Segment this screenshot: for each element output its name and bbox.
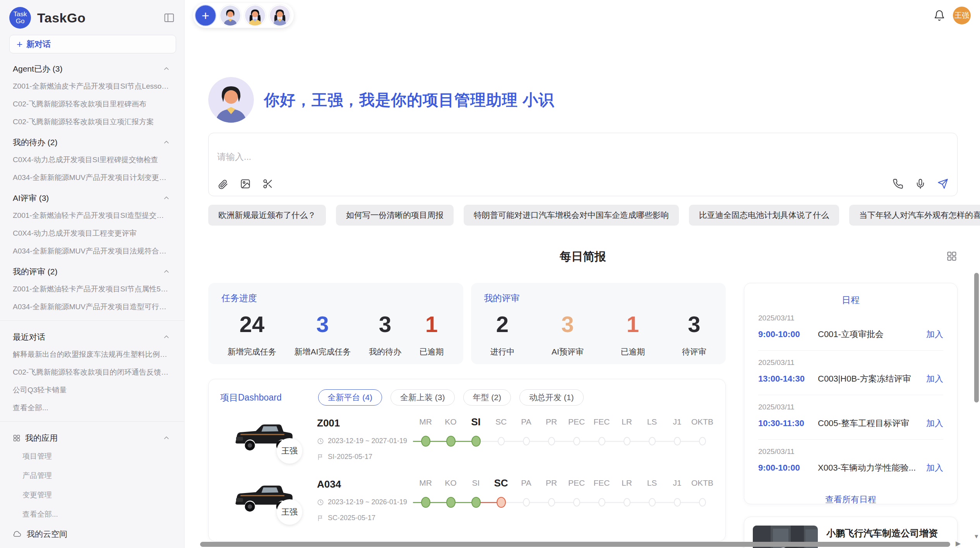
dashboard-tab[interactable]: 年型 (2): [463, 389, 511, 406]
scroll-down-arrow[interactable]: ▼: [973, 533, 979, 539]
project-row-partial[interactable]: [220, 536, 714, 541]
dashboard-header: 项目Dashboard 全新平台 (4)全新上装 (3)年型 (2)动总开发 (…: [220, 389, 714, 406]
sidebar-item[interactable]: A034-全新新能源MUV产品开发项目造型可行性评审: [0, 298, 184, 316]
section-label: 我的评审 (2): [13, 266, 58, 277]
milestone-label: LS: [639, 475, 665, 491]
sidebar-item[interactable]: A034-全新新能源MUV产品开发项目法规符合性评审: [0, 242, 184, 260]
sidebar-section-my-apps[interactable]: 我的应用: [0, 426, 184, 447]
view-all-schedule-link[interactable]: 查看所有日程: [758, 494, 943, 505]
chat-input[interactable]: [217, 151, 872, 174]
dashboard-tab[interactable]: 动总开发 (1): [519, 389, 584, 406]
project-image: 王强: [231, 475, 294, 526]
sidebar-section-header[interactable]: 我的评审 (2): [0, 260, 184, 280]
chevron-up-icon: [163, 434, 170, 442]
app-item[interactable]: 变更管理: [0, 485, 184, 505]
suggestion-chip[interactable]: 当下年轻人对汽车外观有怎样的喜好趋势: [849, 205, 980, 226]
divider: [0, 421, 184, 422]
event-join-link[interactable]: 加入: [926, 418, 943, 429]
conversation-avatar-1[interactable]: [219, 5, 241, 26]
conversation-avatar-2[interactable]: [244, 5, 266, 26]
project-row[interactable]: 王强A0342023-12-19 ~ 2026-01-19SC-2025-05-…: [220, 475, 714, 528]
sidebar-item[interactable]: Z001-全新燃油轻卡产品开发项目SI造型提交物评审: [0, 207, 184, 224]
event-join-link[interactable]: 加入: [926, 373, 943, 385]
chevron-up-icon: [163, 65, 170, 73]
stat-item: 2进行中: [490, 311, 515, 357]
sidebar-item[interactable]: Z001-全新燃油皮卡产品开发项目SI节点Lesson Learn报告: [0, 77, 184, 95]
event-join-link[interactable]: 加入: [926, 462, 943, 474]
scroll-right-arrow[interactable]: ▶: [956, 539, 961, 548]
milestone-dot: [699, 498, 706, 507]
sidebar-item[interactable]: A034-全新新能源MUV产品开发项目计划变更表编写: [0, 169, 184, 187]
sidebar-item-cloud[interactable]: 我的云空间: [0, 524, 184, 544]
image-upload-icon[interactable]: [240, 178, 251, 190]
logo-text-1: Task: [14, 11, 27, 18]
sidebar-collapse-icon[interactable]: [163, 11, 176, 24]
recent-chat-item[interactable]: C02-飞腾新能源轻客改款项目的闭环通告反馈情况: [0, 363, 184, 381]
stat-item: 1已逾期: [419, 311, 444, 357]
add-conversation-button[interactable]: +: [195, 5, 216, 26]
sidebar-section-header[interactable]: 最近对话: [0, 325, 184, 346]
milestone-dot: [421, 497, 430, 508]
recent-chat-item[interactable]: 解释最新出台的欧盟报废车法规再生塑料比例被调至15%...: [0, 346, 184, 363]
notification-bell-icon[interactable]: [933, 9, 946, 22]
new-chat-button[interactable]: + 新对话: [9, 35, 176, 53]
milestone-dot: [598, 437, 605, 445]
app-item[interactable]: 产品管理: [0, 466, 184, 485]
attachment-icon[interactable]: [217, 178, 229, 190]
project-dates: 2023-12-19 ~ 2026-01-19: [317, 498, 410, 506]
milestone-label: KO: [438, 475, 463, 491]
suggestion-chip[interactable]: 特朗普可能对进口汽车增税会对中国车企造成哪些影响: [464, 205, 679, 226]
event-join-link[interactable]: 加入: [926, 329, 943, 340]
vertical-scrollbar[interactable]: [974, 273, 979, 402]
send-icon[interactable]: [937, 178, 949, 190]
stat-label: 新增完成任务: [228, 346, 276, 357]
stat-item: 3AI预评审: [552, 311, 584, 357]
greeting-title: 你好，王强，我是你的项目管理助理 小识: [264, 89, 554, 111]
milestone-dot: [649, 437, 656, 445]
truck-image: [231, 536, 294, 541]
suggestion-chip[interactable]: 比亚迪全固态电池计划具体说了什么: [689, 205, 839, 226]
sidebar-section-header[interactable]: AI评审 (3): [0, 187, 184, 207]
schedule-events: 2025/03/119:00-10:00C001-立项审批会加入2025/03/…: [758, 306, 943, 484]
sidebar: Task Go TaskGo + 新对话 Agent已办 (3)Z001-全新燃…: [0, 0, 185, 548]
event-date: 2025/03/11: [758, 358, 943, 367]
user-avatar[interactable]: 王强: [953, 7, 971, 24]
conversation-avatar-3[interactable]: [269, 5, 291, 26]
event-time: 10:30-11:30: [758, 418, 812, 428]
sidebar-item[interactable]: Z001-全新燃油轻卡产品开发项目SI节点属性5D文件评审: [0, 280, 184, 298]
suggestion-chip[interactable]: 欧洲新规最近颁布了什么？: [208, 205, 326, 226]
chevron-up-icon: [163, 333, 170, 341]
layout-grid-icon[interactable]: [946, 250, 958, 262]
sidebar-section-header[interactable]: Agent已办 (3): [0, 57, 184, 77]
project-name: Z001: [317, 417, 410, 429]
phone-call-icon[interactable]: [892, 178, 904, 190]
topbar: + 王强: [185, 0, 980, 31]
dashboard-tab[interactable]: 全新平台 (4): [318, 389, 382, 406]
dashboard-tab[interactable]: 全新上装 (3): [391, 389, 455, 406]
app-window: Task Go TaskGo + 新对话 Agent已办 (3)Z001-全新燃…: [0, 0, 980, 548]
horizontal-scrollbar[interactable]: [200, 542, 950, 547]
sidebar-item[interactable]: C02-飞腾新能源轻客改款项目里程碑画布: [0, 95, 184, 113]
sidebar-item-star-badge[interactable]: 我的收藏: [0, 544, 184, 548]
sidebar-section-header[interactable]: 我的待办 (2): [0, 131, 184, 151]
suggestion-chip[interactable]: 如何写一份清晰的项目周报: [336, 205, 454, 226]
stat-label: 我的待办: [369, 346, 401, 357]
milestone-dot: [471, 436, 481, 447]
recent-chat-item[interactable]: 公司Q3轻卡销量: [0, 381, 184, 399]
sidebar-item[interactable]: C02-飞腾新能源轻客改款项目立项汇报方案: [0, 113, 184, 131]
project-row[interactable]: 王强Z0012023-12-19 ~ 2027-01-19SI-2025-05-…: [220, 414, 714, 467]
project-flag-text: SI-2025-05-17: [328, 453, 372, 461]
sidebar-item[interactable]: C0X4-动力总成开发项目SI里程碑提交物检查: [0, 151, 184, 169]
scissors-icon[interactable]: [262, 178, 274, 190]
milestone-label: OKTB: [690, 475, 715, 491]
stat-value: 1: [620, 311, 645, 337]
chevron-up-icon: [163, 194, 170, 202]
sidebar-item[interactable]: C0X4-动力总成开发项目工程变更评审: [0, 224, 184, 242]
microphone-icon[interactable]: [915, 178, 926, 190]
view-all-apps-link[interactable]: 查看全部...: [0, 505, 184, 524]
app-item[interactable]: 项目管理: [0, 447, 184, 466]
view-all-chats-link[interactable]: 查看全部...: [0, 399, 184, 417]
project-owner-badge: 王强: [277, 438, 302, 464]
event-date: 2025/03/11: [758, 403, 943, 411]
milestone-dot: [548, 498, 555, 507]
